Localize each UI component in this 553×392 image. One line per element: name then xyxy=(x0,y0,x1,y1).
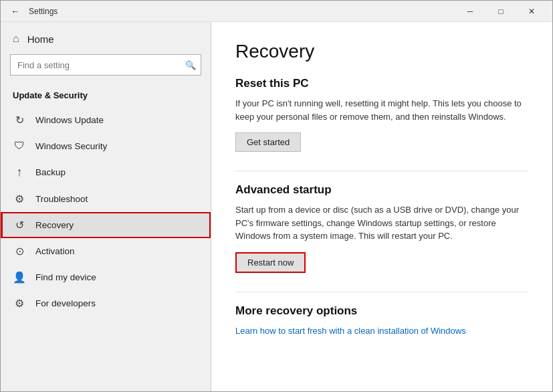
restart-now-button[interactable]: Restart now xyxy=(235,252,306,273)
back-icon: ← xyxy=(11,6,20,17)
divider-1 xyxy=(235,171,528,171)
activation-icon: ⊙ xyxy=(13,245,26,258)
maximize-button[interactable]: □ xyxy=(485,1,516,22)
sidebar-item-troubleshoot[interactable]: ⚙ Troubleshoot xyxy=(1,186,211,212)
home-icon: ⌂ xyxy=(13,33,19,45)
titlebar-title: Settings xyxy=(29,7,455,16)
windows-security-icon: 🛡 xyxy=(13,140,26,152)
sidebar-item-label: Activation xyxy=(35,246,75,256)
minimize-button[interactable]: ─ xyxy=(455,1,485,22)
sidebar-item-label: Find my device xyxy=(35,272,96,282)
window-controls: ─ □ ✕ xyxy=(455,1,547,22)
reset-section-title: Reset this PC xyxy=(235,77,528,90)
sidebar-item-recovery[interactable]: ↺ Recovery xyxy=(1,212,211,238)
sidebar-item-activation[interactable]: ⊙ Activation xyxy=(1,238,211,264)
advanced-section-desc: Start up from a device or disc (such as … xyxy=(235,203,523,243)
sidebar-item-for-developers[interactable]: ⚙ For developers xyxy=(1,290,211,316)
sidebar-item-backup[interactable]: ↑ Backup xyxy=(1,159,211,186)
search-input[interactable] xyxy=(10,54,201,76)
troubleshoot-icon: ⚙ xyxy=(13,193,26,205)
maximize-icon: □ xyxy=(498,7,503,16)
backup-icon: ↑ xyxy=(13,165,26,179)
sidebar-item-label: Recovery xyxy=(35,220,74,230)
sidebar: ⌂ Home 🔍 Update & Security ↻ Windows Upd… xyxy=(1,22,211,392)
divider-2 xyxy=(235,292,528,292)
get-started-button[interactable]: Get started xyxy=(235,132,301,152)
for-developers-icon: ⚙ xyxy=(13,297,26,310)
sidebar-item-label: Windows Security xyxy=(35,141,107,151)
page-title: Recovery xyxy=(235,41,528,62)
close-icon: ✕ xyxy=(528,7,535,16)
search-box: 🔍 xyxy=(10,54,201,76)
close-button[interactable]: ✕ xyxy=(516,1,547,22)
home-label: Home xyxy=(27,33,54,45)
sidebar-item-windows-update[interactable]: ↻ Windows Update xyxy=(1,107,211,133)
minimize-icon: ─ xyxy=(467,7,473,16)
find-device-icon: 👤 xyxy=(13,271,26,284)
sidebar-item-label: Windows Update xyxy=(35,115,104,125)
reset-section-desc: If your PC isn't running well, resetting… xyxy=(235,97,523,123)
back-button[interactable]: ← xyxy=(6,2,25,21)
sidebar-item-label: Troubleshoot xyxy=(35,194,88,204)
recovery-icon: ↺ xyxy=(13,219,26,231)
sidebar-item-windows-security[interactable]: 🛡 Windows Security xyxy=(1,133,211,159)
advanced-section-title: Advanced startup xyxy=(235,183,528,197)
more-section-title: More recovery options xyxy=(235,304,528,318)
titlebar: ← Settings ─ □ ✕ xyxy=(1,1,552,22)
sidebar-item-label: Backup xyxy=(35,167,66,177)
app-body: ⌂ Home 🔍 Update & Security ↻ Windows Upd… xyxy=(1,22,552,392)
sidebar-section-title: Update & Security xyxy=(1,85,211,107)
sidebar-item-find-device[interactable]: 👤 Find my device xyxy=(1,264,211,290)
windows-update-icon: ↻ xyxy=(13,114,26,126)
content-area: Recovery Reset this PC If your PC isn't … xyxy=(211,22,552,392)
fresh-install-link[interactable]: Learn how to start fresh with a clean in… xyxy=(235,326,466,336)
sidebar-item-label: For developers xyxy=(35,298,96,308)
sidebar-item-home[interactable]: ⌂ Home xyxy=(1,22,211,52)
